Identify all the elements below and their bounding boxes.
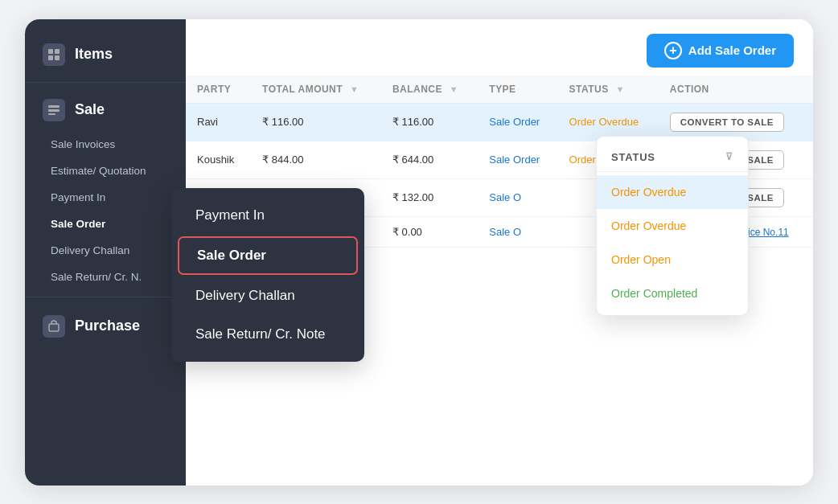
convert-to-sale-button-1[interactable]: CONVERT TO SALE — [670, 113, 784, 132]
cell-balance: ₹ 644.00 — [381, 141, 478, 178]
status-option-overdue-1[interactable]: Order Overdue — [597, 175, 748, 209]
col-action: ACTION — [659, 76, 813, 104]
status-dropdown-header: STATUS ⊽ — [597, 145, 748, 172]
dropdown-sale-order-label: Sale Order — [197, 248, 266, 263]
plus-circle-icon: + — [664, 42, 682, 59]
add-sale-order-label: Add Sale Order — [688, 43, 776, 57]
dropdown-sale-return-label: Sale Return/ Cr. Note — [195, 326, 326, 342]
cell-status: Order Overdue — [558, 103, 659, 141]
purchase-label: Purchase — [75, 318, 140, 334]
sidebar: Items Sale Sale Invoices Estimate/ Quota… — [25, 19, 186, 486]
svg-rect-5 — [48, 109, 60, 112]
sidebar-item-payment-in[interactable]: Payment In — [25, 184, 186, 211]
content-header: + Add Sale Order — [186, 19, 813, 76]
status-filter-funnel-icon[interactable]: ⊽ — [725, 151, 733, 162]
payment-in-label: Payment In — [51, 191, 105, 203]
status-completed-label: Order Completed — [611, 287, 697, 300]
svg-rect-4 — [48, 105, 60, 108]
svg-rect-2 — [48, 55, 53, 60]
dropdown-item-sale-order[interactable]: Sale Order — [178, 236, 358, 275]
divider2 — [25, 297, 186, 297]
dropdown-item-delivery-challan[interactable]: Delivery Challan — [171, 277, 364, 315]
add-sale-order-button[interactable]: + Add Sale Order — [647, 34, 794, 68]
cell-type: Sale Order — [478, 103, 557, 141]
purchase-icon — [43, 315, 65, 338]
sidebar-item-estimate[interactable]: Estimate/ Quotation — [25, 158, 186, 184]
sidebar-item-sale-invoices[interactable]: Sale Invoices — [25, 131, 186, 158]
status-filter-dropdown: STATUS ⊽ Order Overdue Order Overdue Ord… — [596, 136, 749, 316]
col-total-amount: TOTAL AMOUNT ▼ — [251, 76, 381, 104]
sale-return-label: Sale Return/ Cr. N. — [51, 271, 142, 283]
cell-type: Sale O — [478, 178, 557, 216]
balance-filter-icon[interactable]: ▼ — [450, 84, 458, 94]
sidebar-items-label: Items — [75, 46, 113, 63]
svg-rect-3 — [55, 55, 60, 60]
delivery-challan-label: Delivery Challan — [51, 244, 129, 256]
cell-balance: ₹ 0.00 — [381, 216, 478, 247]
sale-icon — [43, 99, 65, 121]
svg-rect-0 — [48, 49, 53, 54]
divider1 — [25, 82, 186, 83]
status-option-completed[interactable]: Order Completed — [597, 277, 748, 310]
cell-total-amount: ₹ 844.00 — [251, 141, 381, 178]
sale-order-label: Sale Order — [51, 218, 105, 230]
total-amount-filter-icon[interactable]: ▼ — [350, 84, 359, 94]
estimate-label: Estimate/ Quotation — [51, 165, 146, 177]
sale-invoices-label: Sale Invoices — [51, 138, 115, 150]
main-container: Items Sale Sale Invoices Estimate/ Quota… — [25, 19, 813, 486]
sidebar-sale-label: Sale — [75, 101, 105, 118]
status-option-open[interactable]: Order Open — [597, 243, 748, 277]
cell-balance: ₹ 116.00 — [381, 103, 478, 141]
dropdown-payment-in-label: Payment In — [195, 207, 265, 223]
cell-balance: ₹ 132.00 — [381, 178, 478, 216]
svg-rect-6 — [48, 113, 55, 115]
sidebar-sale-section[interactable]: Sale — [25, 89, 186, 131]
status-open-label: Order Open — [611, 253, 671, 266]
dropdown-item-payment-in[interactable]: Payment In — [171, 196, 364, 235]
sidebar-purchase-section[interactable]: Purchase — [25, 304, 186, 349]
col-type: TYPE — [478, 76, 557, 104]
cell-party: Koushik — [186, 141, 251, 178]
sidebar-item-delivery-challan[interactable]: Delivery Challan — [25, 237, 186, 264]
dropdown-delivery-challan-label: Delivery Challan — [195, 288, 295, 303]
status-overdue-label-1: Order Overdue — [611, 186, 686, 199]
table-row: Ravi ₹ 116.00 ₹ 116.00 Sale Order Order … — [186, 103, 813, 141]
sidebar-item-sale-order[interactable]: Sale Order — [25, 211, 186, 237]
svg-rect-1 — [55, 49, 60, 54]
col-status: STATUS ▼ — [558, 76, 659, 104]
cell-action: CONVERT TO SALE — [659, 103, 813, 141]
col-balance: BALANCE ▼ — [381, 76, 478, 104]
status-overdue-label-2: Order Overdue — [611, 219, 686, 232]
status-filter-icon[interactable]: ▼ — [616, 84, 625, 94]
cell-party: Ravi — [186, 103, 251, 141]
sidebar-items-section[interactable]: Items — [25, 34, 186, 76]
nav-dropdown-menu: Payment In Sale Order Delivery Challan S… — [171, 188, 364, 362]
cell-total-amount: ₹ 116.00 — [251, 103, 381, 141]
cell-type: Sale O — [478, 216, 557, 247]
col-party: PARTY — [186, 76, 251, 104]
status-header-label: STATUS — [611, 151, 655, 163]
sidebar-item-sale-return[interactable]: Sale Return/ Cr. N. — [25, 264, 186, 290]
svg-rect-7 — [49, 324, 59, 331]
table-header-row: PARTY TOTAL AMOUNT ▼ BALANCE ▼ TYPE STAT… — [186, 76, 813, 104]
items-icon — [43, 43, 65, 66]
cell-type: Sale Order — [478, 141, 557, 178]
status-option-overdue-2[interactable]: Order Overdue — [597, 209, 748, 243]
dropdown-item-sale-return[interactable]: Sale Return/ Cr. Note — [171, 315, 364, 354]
